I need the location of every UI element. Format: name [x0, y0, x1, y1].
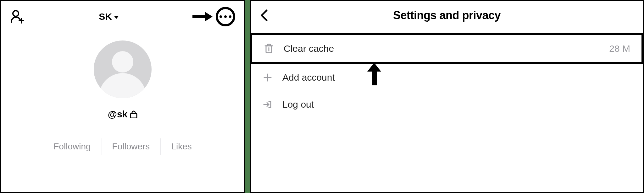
lock-icon	[130, 110, 137, 118]
dot-icon	[229, 15, 231, 18]
profile-screen: SK @sk	[0, 0, 245, 193]
stat-likes[interactable]: Likes	[160, 142, 202, 152]
caret-down-icon	[114, 16, 119, 19]
stat-label: Followers	[112, 142, 150, 151]
profile-header: SK	[1, 1, 244, 32]
list-item-add-account[interactable]: Add account	[251, 64, 643, 91]
username-text: SK	[99, 11, 112, 22]
settings-header: Settings and privacy	[251, 1, 643, 29]
svg-rect-3	[130, 114, 137, 118]
svg-marker-2	[205, 12, 213, 21]
settings-screen: Settings and privacy Clear cache 28 M A	[250, 0, 644, 193]
list-item-clear-cache[interactable]: Clear cache 28 M	[250, 33, 643, 64]
back-button[interactable]	[260, 9, 269, 22]
panel-divider	[245, 0, 250, 193]
dot-icon	[219, 15, 222, 18]
more-menu-annotation	[192, 7, 235, 26]
list-item-value: 28 M	[609, 43, 630, 54]
page-title: Settings and privacy	[393, 9, 501, 22]
arrow-up-icon	[367, 63, 381, 85]
svg-rect-1	[192, 15, 205, 18]
stat-following[interactable]: Following	[43, 142, 101, 152]
list-item-label: Clear cache	[284, 43, 600, 54]
add-friend-icon[interactable]	[10, 9, 25, 24]
list-item-label: Log out	[282, 99, 631, 110]
trash-icon	[264, 43, 274, 54]
stats-row: Following Followers Likes	[43, 142, 202, 152]
more-options-button[interactable]	[216, 7, 235, 26]
svg-marker-5	[367, 63, 381, 85]
avatar[interactable]	[94, 40, 152, 98]
plus-icon	[262, 73, 273, 82]
svg-point-0	[13, 11, 19, 16]
handle-row: @sk	[108, 109, 138, 120]
handle-text: @sk	[108, 109, 128, 120]
stat-followers[interactable]: Followers	[102, 142, 161, 152]
list-item-label: Add account	[282, 72, 631, 83]
logout-icon	[262, 99, 273, 110]
settings-list: Clear cache 28 M Add account Log out	[251, 29, 643, 118]
profile-body: @sk Following Followers Likes	[1, 32, 244, 152]
stat-label: Following	[53, 142, 91, 151]
dot-icon	[224, 15, 227, 18]
arrow-right-icon	[192, 12, 213, 21]
username-dropdown[interactable]: SK	[99, 11, 119, 22]
list-item-log-out[interactable]: Log out	[251, 91, 643, 118]
stat-label: Likes	[171, 142, 192, 151]
